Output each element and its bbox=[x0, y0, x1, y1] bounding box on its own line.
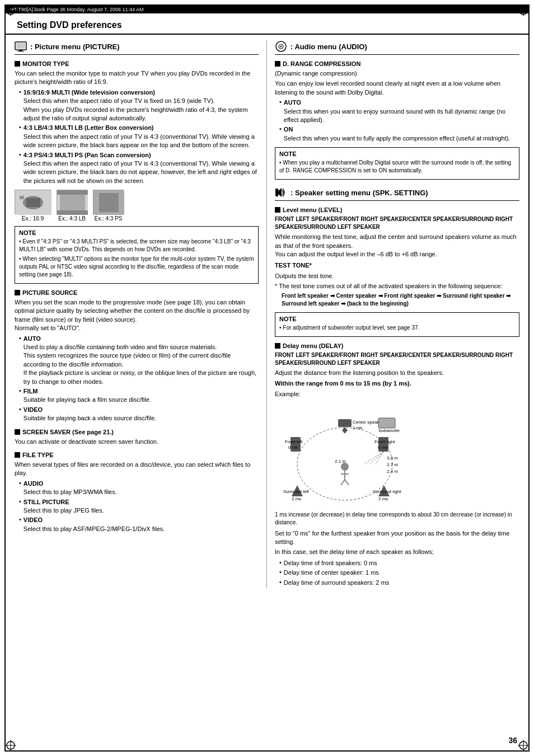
level-note: NOTE • For adjustment of subwoofer outpu… bbox=[275, 312, 519, 337]
level-intro: While monitoring the test tone, adjust t… bbox=[275, 233, 519, 259]
page-border: HT-T90[A].book Page 36 Monday, August 7,… bbox=[4, 4, 530, 752]
delay-center-text: Delay time of center speaker: 1 ms bbox=[284, 569, 379, 577]
delay-front-text: Delay time of front speakers: 0 ms bbox=[284, 559, 377, 567]
monitor-note-1: • Even if "4:3 PS" or "4:3 MULTI PS" is … bbox=[19, 238, 254, 253]
delay-menu-header: Delay menu (DELAY) bbox=[275, 342, 519, 349]
drange-subtitle: (Dynamic range compression) bbox=[275, 69, 519, 78]
img-lb: Ex.: 4:3 LB bbox=[57, 190, 87, 222]
svg-text:Front right: Front right bbox=[374, 439, 395, 444]
delay-diagram-note: 1 ms increase (or decrease) in delay tim… bbox=[275, 511, 519, 527]
svg-marker-62 bbox=[342, 427, 348, 434]
delay-set-note: Set to "0 ms" for the furthest speaker f… bbox=[275, 529, 519, 547]
img-169: Ex.: 16:9 bbox=[15, 190, 51, 222]
svg-rect-18 bbox=[26, 198, 40, 207]
svg-line-36 bbox=[341, 480, 345, 485]
svg-text:0 ms: 0 ms bbox=[288, 445, 298, 450]
svg-rect-14 bbox=[19, 50, 22, 51]
svg-rect-22 bbox=[57, 210, 88, 215]
svg-text:Surround left: Surround left bbox=[283, 489, 310, 494]
two-column-layout: : Picture menu (PICTURE) MONITOR TYPE Yo… bbox=[6, 40, 528, 588]
filetype-video: • VIDEOSelect this to play ASF/MPEG-2/MP… bbox=[19, 516, 259, 533]
picture-section-title: : Picture menu (PICTURE) bbox=[30, 43, 120, 51]
svg-point-29 bbox=[280, 46, 282, 48]
img-169-label: Ex.: 16:9 bbox=[22, 215, 44, 222]
source-video: • VIDEOSuitable for playing back a video… bbox=[19, 406, 259, 423]
level-menu-header: Level menu (LEVEL) bbox=[275, 206, 519, 213]
img-lb-placeholder bbox=[57, 190, 87, 214]
drange-header: D. RANGE COMPRESSION bbox=[275, 60, 519, 67]
svg-rect-38 bbox=[338, 419, 352, 427]
delay-subtitle: FRONT LEFT SPEAKER/FRONT RIGHT SPEAKER/C… bbox=[275, 351, 519, 367]
monitor-option-169-text: Select this when the aspect ratio of you… bbox=[24, 97, 248, 121]
aspect-images-row: Ex.: 16:9 Ex.: 4:3 LB bbox=[15, 190, 259, 222]
page-number: 36 bbox=[508, 736, 517, 745]
level-note-text: • For adjustment of subwoofer output lev… bbox=[279, 324, 515, 332]
monitor-option-ps-label: 4:3 PS/4:3 MULTI PS (Pan Scan conversion… bbox=[24, 152, 151, 158]
svg-rect-26 bbox=[99, 193, 119, 212]
svg-line-37 bbox=[345, 480, 349, 485]
drange-title: D. RANGE COMPRESSION bbox=[283, 60, 360, 67]
svg-text:Front left: Front left bbox=[285, 439, 303, 444]
img-ps-label: Ex.: 4:3 PS bbox=[94, 215, 122, 222]
svg-rect-30 bbox=[275, 189, 278, 196]
monitor-type-note: NOTE • Even if "4:3 PS" or "4:3 MULTI PS… bbox=[15, 226, 259, 284]
monitor-type-intro: You can select the monitor type to match… bbox=[15, 69, 259, 87]
svg-text:2 ms: 2 ms bbox=[378, 496, 388, 501]
drange-note-title: NOTE bbox=[279, 151, 515, 157]
file-type-title: FILE TYPE bbox=[22, 452, 54, 458]
drange-note-text: • When you play a multichannel Dolby Dig… bbox=[279, 159, 515, 175]
svg-text:0 ms: 0 ms bbox=[378, 445, 387, 450]
source-auto: • AUTOUsed to play a disc/file containin… bbox=[19, 335, 259, 386]
delay-surround-text: Delay time of surround speakers: 2 ms bbox=[284, 579, 389, 587]
level-title: Level menu (LEVEL) bbox=[283, 206, 342, 213]
screen-saver-header: SCREEN SAVER (See page 21.) bbox=[15, 429, 259, 435]
speaker-diagram: Center speaker 1 ms Subwoofer Front left… bbox=[280, 402, 409, 509]
delay-example-label: Example: bbox=[275, 390, 519, 398]
delay-center: • Delay time of center speaker: 1 ms bbox=[279, 569, 519, 577]
test-tone-sequence: Front left speaker ➡ Center speaker ➡ Fr… bbox=[282, 292, 519, 308]
corner-br bbox=[518, 740, 529, 751]
spk-section-title: : Speaker setting menu (SPK. SETTING) bbox=[291, 189, 428, 197]
page-title-bar: Setting DVD preferences bbox=[6, 13, 528, 35]
svg-marker-31 bbox=[278, 188, 282, 197]
delay-icon bbox=[275, 343, 280, 349]
level-note-title: NOTE bbox=[279, 316, 515, 322]
img-ps: Ex.: 4:3 PS bbox=[93, 190, 124, 222]
svg-text:2.7 m: 2.7 m bbox=[387, 462, 398, 467]
delay-title: Delay menu (DELAY) bbox=[283, 342, 343, 349]
picture-section-header: : Picture menu (PICTURE) bbox=[15, 40, 259, 55]
test-tone-note-star: * The test tone comes out of all of the … bbox=[275, 282, 519, 290]
monitor-type-icon bbox=[15, 61, 20, 67]
audio-icon bbox=[275, 40, 287, 53]
img-169-placeholder bbox=[15, 190, 51, 214]
corner-tr bbox=[518, 5, 529, 16]
filetype-still: • STILL PICTURESelect this to play JPEG … bbox=[19, 498, 259, 515]
monitor-note-title: NOTE bbox=[19, 229, 254, 236]
svg-text:3.0 m: 3.0 m bbox=[387, 456, 398, 461]
drange-icon bbox=[275, 61, 280, 67]
svg-rect-21 bbox=[57, 190, 88, 195]
spk-icon bbox=[275, 186, 287, 199]
monitor-type-title: MONITOR TYPE bbox=[22, 60, 69, 67]
delay-range: Within the range from 0 ms to 15 ms (by … bbox=[275, 379, 519, 388]
drange-on: • ONSelect this when you want to fully a… bbox=[279, 125, 519, 143]
delay-surround: • Delay time of surround speakers: 2 ms bbox=[279, 579, 519, 587]
delay-front: • Delay time of front speakers: 0 ms bbox=[279, 559, 519, 567]
drange-note: NOTE • When you play a multichannel Dolb… bbox=[275, 147, 519, 180]
svg-text:2 ms: 2 ms bbox=[292, 496, 301, 501]
svg-text:Surround right: Surround right bbox=[373, 489, 401, 494]
svg-rect-23 bbox=[60, 195, 85, 210]
header-bar: HT-T90[A].book Page 36 Monday, August 7,… bbox=[6, 6, 528, 13]
header-text: HT-T90[A].book Page 36 Monday, August 7,… bbox=[10, 7, 144, 12]
svg-rect-13 bbox=[16, 43, 25, 49]
monitor-option-169-label: 16:9/16:9 MULTI (Wide television convers… bbox=[24, 89, 155, 96]
page-title: Setting DVD preferences bbox=[17, 20, 517, 30]
delay-case-note: In this case, set the delay time of each… bbox=[275, 548, 519, 556]
delay-bullets: • Delay time of front speakers: 0 ms • D… bbox=[275, 559, 519, 587]
corner-tl bbox=[5, 5, 16, 16]
drange-auto: • AUTOSelect this when you want to enjoy… bbox=[279, 98, 519, 124]
audio-section-title: : Audio menu (AUDIO) bbox=[291, 43, 367, 51]
monitor-option-169: • 16:9/16:9 MULTI (Wide television conve… bbox=[19, 88, 259, 123]
speaker-diagram-svg: Center speaker 1 ms Subwoofer Front left… bbox=[280, 402, 409, 509]
svg-point-33 bbox=[341, 463, 349, 471]
